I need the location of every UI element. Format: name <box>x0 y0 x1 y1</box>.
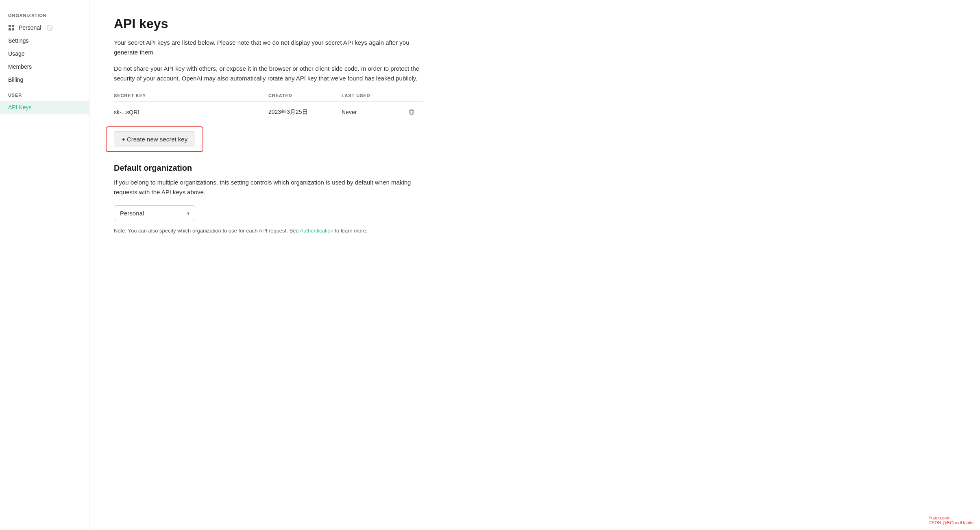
trash-icon <box>408 109 415 115</box>
sidebar: ORGANIZATION Personal i Settings Usage M… <box>0 0 89 530</box>
note-suffix: to learn more. <box>333 228 368 234</box>
authentication-link[interactable]: Authentication <box>300 228 333 234</box>
sidebar-item-usage[interactable]: Usage <box>0 47 89 60</box>
key-cell: sk-...sQRf <box>114 102 268 123</box>
settings-label: Settings <box>8 37 29 44</box>
members-label: Members <box>8 63 32 70</box>
watermark-main: Yuucn.com <box>928 515 973 520</box>
watermark-sub: CSDN @BGoodHabits <box>928 520 973 525</box>
page-title: API keys <box>114 16 431 31</box>
created-cell: 2023年3月25日 <box>268 102 342 123</box>
sidebar-item-personal[interactable]: Personal i <box>0 21 89 34</box>
usage-label: Usage <box>8 50 24 57</box>
default-org-description: If you belong to multiple organizations,… <box>114 178 431 197</box>
col-action <box>407 90 423 102</box>
sidebar-item-api-keys[interactable]: API Keys <box>0 101 89 114</box>
note-text: Note: You can also specify which organiz… <box>114 227 431 235</box>
api-keys-table: SECRET KEY CREATED LAST USED sk-...sQRf … <box>114 90 423 123</box>
api-keys-label: API Keys <box>8 104 32 111</box>
desc-para-2: Do not share your API key with others, o… <box>114 64 431 83</box>
create-btn-wrapper: + Create new secret key <box>114 131 195 147</box>
main-content: API keys Your secret API keys are listed… <box>89 0 455 530</box>
create-new-secret-key-button[interactable]: + Create new secret key <box>114 131 195 147</box>
sidebar-item-members[interactable]: Members <box>0 60 89 73</box>
delete-key-button[interactable] <box>407 107 416 117</box>
watermark: Yuucn.com CSDN @BGoodHabits <box>928 515 973 525</box>
user-section-label: USER <box>0 93 89 101</box>
info-icon[interactable]: i <box>47 25 52 30</box>
action-cell <box>407 102 423 123</box>
table-row: sk-...sQRf 2023年3月25日 Never <box>114 102 423 123</box>
org-select-wrapper: Personal ▾ <box>114 205 195 221</box>
org-section-label: ORGANIZATION <box>0 13 89 21</box>
sidebar-item-settings[interactable]: Settings <box>0 34 89 47</box>
sidebar-item-billing[interactable]: Billing <box>0 73 89 86</box>
sidebar-personal-label: Personal <box>19 24 41 31</box>
last-used-cell: Never <box>342 102 407 123</box>
org-select[interactable]: Personal <box>114 205 195 221</box>
desc-para-1: Your secret API keys are listed below. P… <box>114 38 431 57</box>
col-created: CREATED <box>268 90 342 102</box>
default-org-title: Default organization <box>114 163 431 173</box>
col-secret-key: SECRET KEY <box>114 90 268 102</box>
col-last-used: LAST USED <box>342 90 407 102</box>
billing-label: Billing <box>8 76 23 83</box>
note-prefix: Note: You can also specify which organiz… <box>114 228 300 234</box>
description-block: Your secret API keys are listed below. P… <box>114 38 431 83</box>
grid-icon <box>8 24 15 31</box>
